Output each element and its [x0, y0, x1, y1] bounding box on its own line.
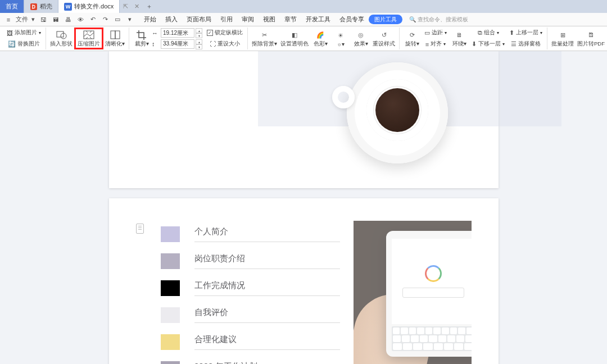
search-icon: 🔍: [409, 16, 416, 22]
reset-style-button[interactable]: ↺重设样式: [371, 28, 397, 49]
add-image-button[interactable]: 🖼添加图片▾: [4, 28, 43, 39]
select-pane-button[interactable]: ☰选择窗格: [507, 39, 545, 50]
word-icon: W: [64, 3, 72, 11]
crop-icon: [136, 29, 147, 40]
effect-button[interactable]: ◎效果▾: [351, 28, 371, 49]
crop-label: 裁剪▾: [135, 40, 149, 48]
command-search[interactable]: 🔍 查找命令、搜索模板: [409, 16, 468, 24]
transparent-icon: ◧: [292, 29, 297, 40]
compress-image-button[interactable]: 压缩图片: [74, 28, 103, 49]
menu-section[interactable]: 章节: [280, 13, 301, 26]
app-menu-icon[interactable]: ≡: [3, 15, 13, 25]
save-as-icon[interactable]: 🖬: [51, 15, 61, 25]
redo-icon[interactable]: ↷: [100, 15, 110, 25]
reset-size-button[interactable]: ⛶重设大小: [205, 38, 245, 49]
palette-icon: 🌈: [316, 29, 324, 40]
section-title: 自我评价: [194, 307, 340, 323]
swatch: [161, 280, 180, 296]
down-layer-button[interactable]: ⬇下移一层▾: [469, 39, 507, 50]
menu-tabs: 开始 插入 页面布局 引用 审阅 视图 章节 开发工具 会员专享 图片工具: [139, 13, 402, 26]
save-icon[interactable]: 🖫: [38, 15, 48, 25]
rotate-button[interactable]: ⟳旋转▾: [402, 28, 422, 49]
menu-insert[interactable]: 插入: [161, 13, 182, 26]
replace-image-button[interactable]: 🔄替换图片: [4, 39, 43, 50]
group-label: 组合: [484, 29, 495, 37]
color-button[interactable]: 🌈色彩▾: [310, 28, 330, 49]
print-preview-icon[interactable]: 👁: [75, 15, 85, 25]
sharpen-button[interactable]: 清晰化▾: [103, 28, 126, 49]
width-spinner[interactable]: ▴▾: [196, 28, 202, 38]
add-image-label: 添加图片: [15, 29, 37, 37]
section-title: 工作完成情况: [194, 280, 340, 296]
wrap-label: 环绕▾: [452, 40, 466, 48]
swatch: [161, 226, 180, 242]
to-pdf-button[interactable]: 🖺图片转PDF: [576, 28, 606, 49]
list-item: 自我评价: [161, 302, 340, 329]
height-input[interactable]: 33.94厘米: [161, 39, 194, 49]
chevron-down-icon[interactable]: ▾: [30, 15, 36, 25]
width-icon: ↔: [152, 30, 160, 37]
new-tab-button[interactable]: ＋: [142, 0, 156, 13]
shape-icon: [56, 29, 67, 40]
select-pane-icon: ☰: [511, 39, 517, 50]
width-input[interactable]: 19.12厘米: [161, 28, 194, 38]
doc-icon[interactable]: ▭: [112, 15, 123, 25]
up-layer-icon: ⬆: [509, 28, 514, 39]
list-item: 岗位职责介绍: [161, 248, 340, 275]
print-icon[interactable]: 🖶: [63, 15, 73, 25]
file-menu[interactable]: 文件: [16, 15, 28, 25]
svg-text:W: W: [66, 4, 71, 10]
tab-doke-label: 稻壳: [40, 2, 52, 11]
batch-button[interactable]: ⊞批量处理: [550, 28, 576, 49]
group-button[interactable]: ⧉组合▾: [469, 28, 507, 39]
menu-picture-tools[interactable]: 图片工具: [369, 15, 402, 24]
list-item: 合理化建议: [161, 329, 340, 356]
brightness-label: ☼▾: [337, 41, 345, 47]
qat-more-icon[interactable]: ▾: [125, 15, 135, 25]
remove-bg-label: 抠除背景▾: [252, 40, 277, 48]
insert-shape-button[interactable]: 插入形状: [48, 28, 74, 49]
border-button[interactable]: ▭边距▾: [422, 28, 449, 39]
menu-view[interactable]: 视图: [259, 13, 280, 26]
lock-ratio-checkbox[interactable]: ✓锁定纵横比: [205, 28, 245, 38]
effect-label: 效果▾: [354, 40, 368, 48]
menu-start[interactable]: 开始: [139, 13, 161, 26]
svg-rect-3: [57, 31, 64, 37]
menu-ref[interactable]: 引用: [216, 13, 237, 26]
batch-label: 批量处理: [551, 40, 574, 48]
crop-button[interactable]: 裁剪▾: [132, 28, 152, 49]
align-button[interactable]: ≡对齐▾: [422, 39, 449, 50]
set-transparent-label: 设置透明色: [280, 40, 309, 48]
doke-icon: [30, 3, 38, 11]
swatch: [161, 334, 180, 350]
menu-dev[interactable]: 开发工具: [301, 13, 335, 26]
up-layer-label: 上移一层: [516, 29, 538, 37]
svg-rect-6: [111, 31, 115, 39]
set-transparent-button[interactable]: ◧设置透明色: [279, 28, 310, 49]
close-tab-icon[interactable]: ✕: [131, 0, 142, 13]
sun-icon: ☀: [338, 30, 343, 41]
ribbon: 🖼添加图片▾ 🔄替换图片 插入形状 压缩图片 清晰化▾ 裁剪▾ ↔ 19.12厘…: [0, 26, 607, 51]
remove-bg-button[interactable]: ✂抠除背景▾: [250, 28, 279, 49]
menu-member[interactable]: 会员专享: [335, 13, 369, 26]
pin-icon[interactable]: ⇱: [120, 0, 131, 13]
undo-icon[interactable]: ↶: [88, 15, 98, 25]
height-spinner[interactable]: ▴▾: [196, 39, 202, 49]
tab-home-label: 首页: [6, 2, 18, 11]
menu-review[interactable]: 审阅: [237, 13, 259, 26]
document-canvas[interactable]: 个人简介 岗位职责介绍 工作完成情况 自我评价 合理化建议 2022 年工作计划: [0, 51, 607, 364]
rotate-icon: ⟳: [410, 29, 415, 40]
compress-icon: [82, 29, 96, 40]
svg-rect-0: [30, 3, 37, 10]
brightness-button[interactable]: ☀☼▾: [330, 28, 351, 49]
tab-document[interactable]: W 转换文件.docx: [58, 0, 120, 13]
swatch: [161, 361, 180, 364]
wrap-button[interactable]: 🗎环绕▾: [449, 28, 469, 49]
up-layer-button[interactable]: ⬆上移一层▾: [507, 28, 545, 39]
compress-image-label: 压缩图片: [78, 40, 100, 48]
tab-home[interactable]: 首页: [0, 0, 24, 13]
section-list: 个人简介 岗位职责介绍 工作完成情况 自我评价 合理化建议 2022 年工作计划: [161, 221, 340, 364]
menu-layout[interactable]: 页面布局: [182, 13, 216, 26]
group-icon: ⧉: [478, 28, 482, 39]
tab-doke[interactable]: 稻壳: [24, 0, 58, 13]
